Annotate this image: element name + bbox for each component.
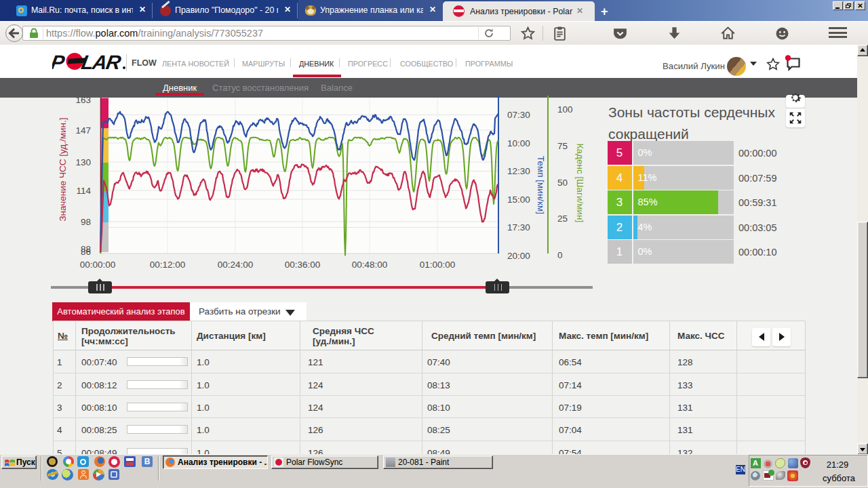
svg-text:50: 50 (557, 178, 568, 188)
svg-text:00:36:00: 00:36:00 (285, 260, 321, 270)
svg-text:Значение ЧСС [уд./мин.]: Значение ЧСС [уд./мин.] (58, 117, 68, 221)
svg-text:12:30: 12:30 (507, 166, 530, 176)
svg-text:10:00: 10:00 (507, 138, 530, 148)
svg-text:86: 86 (81, 247, 91, 257)
svg-text:Каденс [Шаги/мин]: Каденс [Шаги/мин] (575, 144, 585, 223)
svg-text:00:12:00: 00:12:00 (150, 260, 186, 270)
svg-text:15:00: 15:00 (507, 195, 530, 205)
svg-text:00:24:00: 00:24:00 (218, 260, 254, 270)
svg-text:P: P (52, 52, 66, 73)
svg-text:163: 163 (75, 95, 91, 105)
svg-text:100: 100 (557, 104, 573, 115)
svg-text:00:00:00: 00:00:00 (80, 260, 116, 270)
svg-text:07:30: 07:30 (507, 110, 530, 120)
svg-text:130: 130 (75, 157, 91, 167)
svg-text:17:30: 17:30 (507, 222, 530, 232)
svg-text:Темп [мин/км]: Темп [мин/км] (536, 156, 546, 214)
svg-text:147: 147 (75, 125, 91, 136)
svg-text:0: 0 (557, 250, 563, 260)
svg-text:75: 75 (557, 141, 568, 151)
svg-text:98: 98 (81, 217, 91, 227)
svg-text:LAR: LAR (80, 52, 123, 73)
svg-text:01:00:00: 01:00:00 (420, 260, 456, 270)
svg-text:25: 25 (557, 214, 568, 224)
svg-text:114: 114 (76, 186, 91, 196)
svg-text:00:48:00: 00:48:00 (352, 260, 388, 270)
svg-text:20:00: 20:00 (507, 251, 530, 261)
